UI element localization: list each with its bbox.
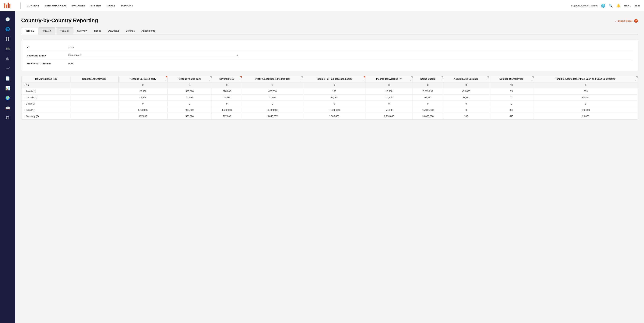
sidebar-icon-clock[interactable]: 🕐 bbox=[4, 15, 12, 24]
cell-acc_earnings[interactable]: 43,781 bbox=[443, 95, 489, 101]
cell-rev_total[interactable]: 0 bbox=[212, 101, 242, 107]
cell-rev_related[interactable]: 900,000 bbox=[167, 107, 212, 113]
tab-table3[interactable]: Table 3 bbox=[56, 28, 73, 34]
table-row[interactable]: ↓ (3)00000000100 bbox=[22, 82, 638, 88]
globe-icon[interactable]: 🌐 bbox=[601, 4, 605, 8]
cell-rev_related[interactable]: 21,891 bbox=[167, 95, 212, 101]
help-icon[interactable]: ? bbox=[634, 19, 638, 23]
tab-table2[interactable]: Table 2 bbox=[38, 28, 55, 34]
cell-acc_earnings[interactable]: 0 bbox=[443, 107, 489, 113]
col-tax-paid[interactable]: Income Tax Paid (on cash basis) ▼ bbox=[303, 76, 365, 82]
cell-employees[interactable]: 300 bbox=[489, 107, 534, 113]
col-rev-unrelated[interactable]: Revenue unrelated party ▼ bbox=[118, 76, 167, 82]
sidebar-icon-factory[interactable] bbox=[4, 55, 12, 63]
col-acc-earnings[interactable]: Accumulated Earnings ▼ bbox=[443, 76, 489, 82]
import-excel-button[interactable]: ↓ Import Excel bbox=[615, 19, 632, 22]
cell-profit_loss[interactable]: 400,000 bbox=[242, 88, 303, 95]
table-row[interactable]: ↓ China (1)0000000000 bbox=[22, 101, 638, 107]
col-tax-accrued[interactable]: Income Tax Accrued FY ▼ bbox=[366, 76, 413, 82]
cell-tangible[interactable]: 333 bbox=[534, 88, 638, 95]
cell-tax_paid[interactable]: 100 bbox=[303, 88, 365, 95]
cell-tax_accrued[interactable]: 10,945 bbox=[366, 95, 413, 101]
col-stated-capital[interactable]: Stated Capital ▼ bbox=[412, 76, 443, 82]
sidebar-icon-globe[interactable]: 🌐 bbox=[4, 25, 12, 33]
sidebar-icon-book[interactable]: 📖 bbox=[4, 104, 12, 112]
cell-tangible[interactable]: 100,000 bbox=[534, 107, 638, 113]
cell-tax_paid[interactable]: 1,500,000 bbox=[303, 113, 365, 120]
cell-tax_paid[interactable]: 0 bbox=[303, 101, 365, 107]
cell-acc_earnings[interactable]: 0 bbox=[443, 101, 489, 107]
cell-rev_unrelated[interactable]: 407,000 bbox=[118, 113, 167, 120]
cell-tax_accrued[interactable]: 50,000 bbox=[366, 107, 413, 113]
table-row[interactable]: ↓ France (1)1,000,000900,0001,900,00025,… bbox=[22, 107, 638, 113]
cell-rev_related[interactable]: 550,000 bbox=[167, 113, 212, 120]
col-tangible[interactable]: Tangible Assets (other than Cash and Cas… bbox=[534, 76, 638, 82]
cell-jurisdiction[interactable]: ↓ Canada (1) bbox=[22, 95, 70, 101]
cell-profit_loss[interactable]: 72,969 bbox=[242, 95, 303, 101]
nav-benchmarking[interactable]: BENCHMARKING bbox=[44, 4, 66, 7]
cell-entity[interactable] bbox=[70, 88, 118, 95]
cell-tax_accrued[interactable]: 10,988 bbox=[366, 88, 413, 95]
cell-stated_capital[interactable]: 0 bbox=[412, 82, 443, 88]
cell-jurisdiction[interactable]: ↓ Austria (1) bbox=[22, 88, 70, 95]
cell-entity[interactable] bbox=[70, 95, 118, 101]
cell-profit_loss[interactable]: 25,000,000 bbox=[242, 107, 303, 113]
cell-stated_capital[interactable]: 15,000,000 bbox=[412, 107, 443, 113]
tab-table1[interactable]: Table 1 bbox=[21, 27, 38, 35]
menu-label[interactable]: MENU bbox=[624, 4, 631, 7]
sidebar-icon-photo[interactable]: 🖼 bbox=[4, 114, 12, 122]
tab-download[interactable]: Download bbox=[105, 28, 122, 34]
cell-rev_unrelated[interactable]: 0 bbox=[118, 82, 167, 88]
cell-tax_paid[interactable]: 0 bbox=[303, 82, 365, 88]
col-rev-related[interactable]: Revenue related party ▼ bbox=[167, 76, 212, 82]
sidebar-icon-table[interactable] bbox=[4, 35, 12, 43]
nav-support[interactable]: SUPPORT bbox=[120, 4, 133, 7]
cell-employees[interactable]: 10 bbox=[489, 82, 534, 88]
cell-rev_related[interactable]: 0 bbox=[167, 101, 212, 107]
cell-acc_earnings[interactable]: 450,000 bbox=[443, 88, 489, 95]
tab-settings[interactable]: Settings bbox=[122, 28, 138, 34]
cell-jurisdiction[interactable]: ↓ (3) bbox=[22, 82, 70, 88]
cell-stated_capital[interactable]: 8,889,099 bbox=[412, 88, 443, 95]
cell-jurisdiction[interactable]: ↓ China (1) bbox=[22, 101, 70, 107]
cell-tax_accrued[interactable]: 0 bbox=[366, 82, 413, 88]
cell-stated_capital[interactable]: 0 bbox=[412, 101, 443, 107]
cell-entity[interactable] bbox=[70, 107, 118, 113]
cell-entity[interactable] bbox=[70, 113, 118, 120]
bell-icon[interactable]: 🔔 bbox=[616, 4, 620, 8]
sidebar-icon-document[interactable]: 📄 bbox=[4, 74, 12, 83]
cell-acc_earnings[interactable]: 0 bbox=[443, 82, 489, 88]
cell-entity[interactable] bbox=[70, 82, 118, 88]
nav-system[interactable]: SYSTEM bbox=[90, 4, 101, 7]
cell-profit_loss[interactable]: 0 bbox=[242, 82, 303, 88]
cell-rev_unrelated[interactable]: 14,594 bbox=[118, 95, 167, 101]
cell-employees[interactable]: 55 bbox=[489, 88, 534, 95]
cell-rev_unrelated[interactable]: 0 bbox=[118, 101, 167, 107]
col-entity[interactable]: Constituent Entity (18) bbox=[70, 76, 118, 82]
cell-profit_loss[interactable]: 0 bbox=[242, 101, 303, 107]
col-rev-total[interactable]: Revenue total ▼ bbox=[212, 76, 242, 82]
cell-rev_total[interactable]: 320,000 bbox=[212, 88, 242, 95]
cell-tax_paid[interactable]: 14,594 bbox=[303, 95, 365, 101]
cell-jurisdiction[interactable]: ↓ France (1) bbox=[22, 107, 70, 113]
cell-rev_unrelated[interactable]: 20,000 bbox=[118, 88, 167, 95]
cell-tangible[interactable]: 0 bbox=[534, 82, 638, 88]
cell-tax_accrued[interactable]: 0 bbox=[366, 101, 413, 107]
sidebar-icon-globe-big[interactable]: 🌍 bbox=[4, 94, 12, 102]
sidebar-icon-game[interactable]: 🎮 bbox=[4, 45, 12, 53]
table-row[interactable]: ↓ Canada (1)14,59421,89136,48572,96914,5… bbox=[22, 95, 638, 101]
cell-stated_capital[interactable]: 20,000,000 bbox=[412, 113, 443, 120]
cell-tangible[interactable]: 90,895 bbox=[534, 95, 638, 101]
table-row[interactable]: ↓ Germany (2)407,000550,000717,0005,048,… bbox=[22, 113, 638, 120]
sidebar-icon-chart-up[interactable] bbox=[4, 64, 12, 73]
col-employees[interactable]: Number of Employees ▼ bbox=[489, 76, 534, 82]
nav-content[interactable]: CONTENT bbox=[27, 4, 39, 7]
cell-entity[interactable] bbox=[70, 101, 118, 107]
col-profit-loss[interactable]: Profit (Loss) Before Income Tax ▼ bbox=[242, 76, 303, 82]
nav-evaluate[interactable]: EVALUATE bbox=[72, 4, 85, 7]
col-jurisdiction[interactable]: Tax Jurisdiction (13) bbox=[22, 76, 70, 82]
cell-employees[interactable]: 415 bbox=[489, 113, 534, 120]
nav-tools[interactable]: TOOLS bbox=[106, 4, 115, 7]
cell-jurisdiction[interactable]: ↓ Germany (2) bbox=[22, 113, 70, 120]
table-row[interactable]: ↓ Austria (1)20,000300,000320,000400,000… bbox=[22, 88, 638, 95]
